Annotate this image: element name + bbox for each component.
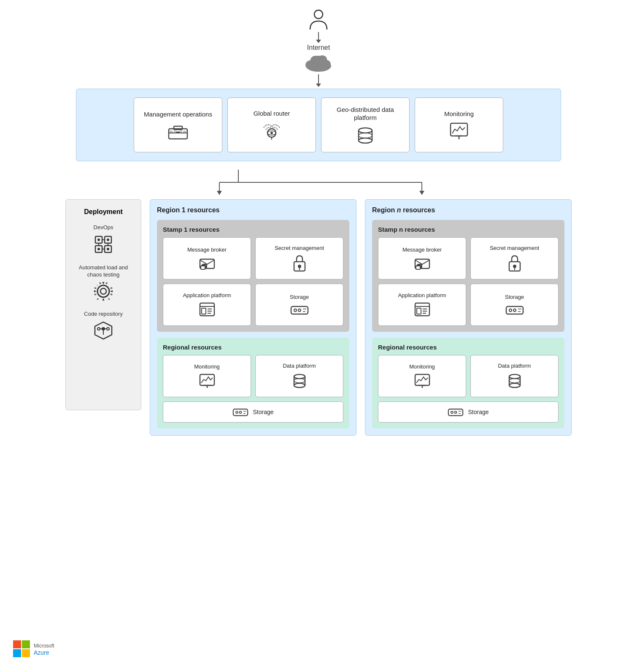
svg-point-44 xyxy=(97,285,109,297)
region-1-box: Region 1 resources Stamp 1 resources Mes… xyxy=(150,199,356,436)
region-n-title: Region n resources xyxy=(372,206,564,214)
stamp-1-box: Stamp 1 resources Message broker xyxy=(157,220,349,332)
region-n-box: Region n resources Stamp n resources Mes… xyxy=(365,199,572,436)
svg-rect-8 xyxy=(174,126,182,130)
git-icon xyxy=(93,320,113,341)
regional-1-title: Regional resources xyxy=(163,344,343,351)
msg-broker-n-box: Message broker xyxy=(378,237,466,279)
app-platform-n-label: Application platform xyxy=(398,292,446,299)
bottom-area: Deployment DevOps xyxy=(65,199,572,436)
svg-point-45 xyxy=(100,288,106,294)
secret-mgmt-n-box: Secret management xyxy=(470,237,559,279)
router-icon xyxy=(262,122,282,141)
regional-storage-rn-row: Storage xyxy=(378,401,559,423)
monitoring-rn-icon xyxy=(414,374,430,389)
svg-point-19 xyxy=(359,128,372,133)
svg-point-106 xyxy=(451,411,453,413)
svg-point-75 xyxy=(294,379,305,383)
svg-rect-90 xyxy=(417,308,421,314)
svg-marker-31 xyxy=(419,191,424,195)
secret-mgmt-n-label: Secret management xyxy=(490,245,539,252)
svg-rect-14 xyxy=(183,130,186,133)
stamp-1-title: Stamp 1 resources xyxy=(163,226,343,233)
svg-rect-70 xyxy=(200,374,214,385)
monitoring-r1-box: Monitoring xyxy=(163,355,251,397)
diagram-container: Internet Management operations xyxy=(0,0,637,672)
management-label: Management operations xyxy=(144,110,212,119)
code-repo-label: Code repository xyxy=(84,311,123,318)
msg-broker-n-icon xyxy=(414,257,430,270)
data-platform-r1-label: Data platform xyxy=(283,363,316,370)
svg-point-86 xyxy=(513,265,516,268)
microsoft-label: Microsoft xyxy=(34,643,54,649)
svg-point-77 xyxy=(236,411,238,413)
person-icon xyxy=(308,8,329,32)
internet-label: Internet xyxy=(307,44,330,51)
monitoring-rn-box: Monitoring xyxy=(378,355,466,397)
regional-storage-rn-icon xyxy=(448,407,464,417)
regional-n-grid: Monitoring Data pla xyxy=(378,355,559,397)
msg-broker-n-label: Message broker xyxy=(402,247,442,254)
svg-point-73 xyxy=(294,374,305,379)
svg-point-57 xyxy=(298,265,301,268)
stamp-n-box: Stamp n resources Message broker xyxy=(372,220,564,332)
svg-rect-111 xyxy=(22,640,30,648)
svg-rect-55 xyxy=(201,266,205,269)
svg-point-67 xyxy=(298,309,301,312)
svg-point-6 xyxy=(318,55,327,63)
monitoring-r1-icon xyxy=(199,374,215,389)
storage-1-box: Storage xyxy=(255,284,343,326)
regional-n-box: Regional resources Monitoring xyxy=(372,338,564,428)
svg-rect-112 xyxy=(13,649,21,657)
regions-area: Region 1 resources Stamp 1 resources Mes… xyxy=(150,199,572,436)
data-platform-rn-box: Data platform xyxy=(470,355,559,397)
app-platform-n-icon xyxy=(414,302,430,317)
regional-storage-r1-icon xyxy=(232,407,248,417)
app-platform-1-box: Application platform xyxy=(163,284,251,326)
monitoring-rn-label: Monitoring xyxy=(409,363,435,371)
svg-point-21 xyxy=(359,133,372,138)
service-box-management: Management operations xyxy=(134,98,222,152)
svg-rect-84 xyxy=(416,266,420,269)
secret-mgmt-1-label: Secret management xyxy=(275,245,324,252)
msg-broker-1-label: Message broker xyxy=(187,247,227,254)
svg-point-51 xyxy=(107,328,109,330)
svg-rect-13 xyxy=(180,130,182,133)
storage-1-icon xyxy=(290,304,309,316)
azure-text: Microsoft Azure xyxy=(34,643,54,656)
devops-label: DevOps xyxy=(94,224,113,231)
database-icon xyxy=(357,126,374,145)
gear-icon xyxy=(93,281,113,301)
svg-rect-12 xyxy=(174,130,176,133)
app-platform-1-label: Application platform xyxy=(183,292,231,299)
svg-point-104 xyxy=(509,379,520,383)
deployment-title: Deployment xyxy=(84,208,123,216)
load-testing-item: Automated load and chaos testing xyxy=(73,264,134,301)
azure-badge: Microsoft Azure xyxy=(13,640,54,659)
app-platform-n-box: Application platform xyxy=(378,284,466,326)
svg-rect-7 xyxy=(169,129,187,139)
service-box-global-router: Global router xyxy=(227,98,316,152)
regional-storage-r1-label: Storage xyxy=(253,409,273,415)
svg-marker-28 xyxy=(217,191,222,195)
msg-broker-1-box: Message broker xyxy=(163,237,251,279)
svg-point-103 xyxy=(509,383,520,387)
svg-rect-11 xyxy=(170,130,173,133)
global-router-label: Global router xyxy=(254,109,290,118)
code-repo-item: Code repository xyxy=(84,311,123,341)
data-platform-r1-icon xyxy=(292,373,307,390)
regional-storage-r1-row: Storage xyxy=(163,401,343,423)
svg-point-66 xyxy=(294,309,297,312)
svg-point-78 xyxy=(240,411,242,413)
svg-point-20 xyxy=(359,138,372,143)
storage-1-label: Storage xyxy=(290,294,309,301)
data-platform-rn-icon xyxy=(507,373,522,390)
connector-arrows xyxy=(76,170,561,195)
storage-n-label: Storage xyxy=(505,294,524,301)
svg-point-96 xyxy=(513,309,516,312)
monitor-icon xyxy=(450,122,468,140)
stamp-1-grid: Message broker xyxy=(163,237,343,326)
svg-point-74 xyxy=(294,383,305,387)
svg-point-38 xyxy=(97,248,100,250)
storage-n-box: Storage xyxy=(470,284,559,326)
